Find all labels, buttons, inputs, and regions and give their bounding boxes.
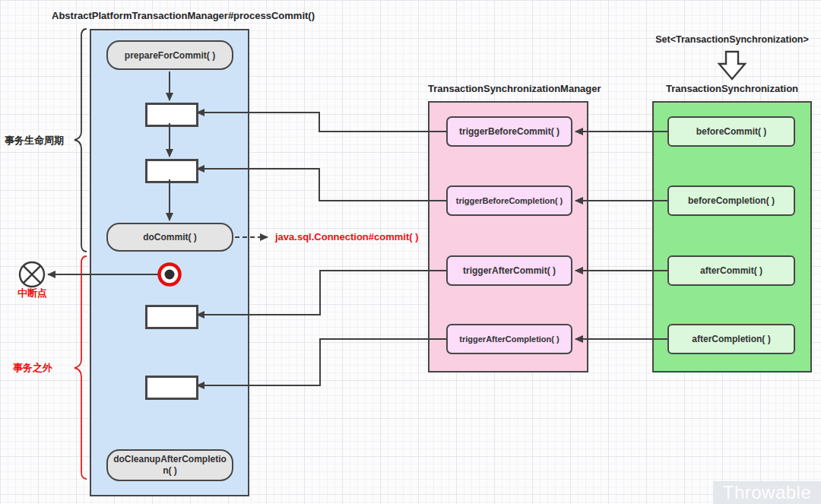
node-trigger-after-commit: triggerAfterCommit( ) — [446, 255, 572, 286]
flow-title: AbstractPlatformTransactionManager#proce… — [52, 10, 315, 21]
sync-manager-title: TransactionSynchronizationManager — [428, 83, 588, 94]
node-trigger-after-completion: triggerAfterCompletion( ) — [446, 324, 572, 354]
lifecycle-label: 事务生命周期 — [5, 134, 64, 147]
node-before-completion-label: beforeCompletion( ) — [688, 195, 775, 206]
breakpoint-icon — [157, 262, 182, 287]
flow-final-icon — [17, 260, 46, 289]
activity-rect-after-completion — [145, 376, 198, 400]
node-do-cleanup-label: doCleanupAfterCompletion( ) — [111, 454, 229, 477]
activity-rect-before-completion — [145, 159, 198, 183]
set-synchronization-label: Set<TransactionSynchronization> — [641, 34, 821, 45]
node-trigger-after-commit-label: triggerAfterCommit( ) — [463, 265, 556, 276]
node-do-commit-label: doCommit( ) — [143, 232, 197, 242]
jdbc-commit-label: java.sql.Connection#commit( ) — [275, 231, 419, 242]
node-trigger-before-commit: triggerBeforeCommit( ) — [446, 116, 572, 147]
activity-rect-before-commit — [145, 103, 198, 127]
lifecycle-brace — [68, 26, 90, 255]
node-after-completion: afterCompletion( ) — [667, 324, 795, 354]
node-after-commit-label: afterCommit( ) — [700, 265, 762, 276]
outside-transaction-label: 事务之外 — [13, 361, 52, 375]
node-trigger-before-commit-label: triggerBeforeCommit( ) — [459, 126, 559, 137]
breakpoint-label: 中断点 — [17, 287, 47, 300]
node-trigger-after-completion-label: triggerAfterCompletion( ) — [459, 334, 559, 344]
down-arrow-icon — [715, 50, 750, 82]
outside-transaction-brace — [68, 253, 90, 483]
node-before-commit: beforeCommit( ) — [667, 116, 795, 147]
node-do-commit: doCommit( ) — [106, 223, 233, 252]
diagram-canvas: AbstractPlatformTransactionManager#proce… — [0, 0, 821, 504]
node-before-commit-label: beforeCommit( ) — [696, 126, 767, 137]
node-do-cleanup: doCleanupAfterCompletion( ) — [106, 449, 233, 481]
node-before-completion: beforeCompletion( ) — [667, 185, 795, 216]
node-trigger-before-completion-label: triggerBeforeCompletion( ) — [456, 196, 563, 205]
watermark: Throwable — [713, 481, 821, 504]
node-prepare-for-commit-label: prepareForCommit( ) — [125, 50, 215, 61]
synchronization-title: TransactionSynchronization — [652, 83, 812, 94]
node-trigger-before-completion: triggerBeforeCompletion( ) — [446, 185, 572, 216]
node-after-commit: afterCommit( ) — [667, 255, 795, 286]
node-prepare-for-commit: prepareForCommit( ) — [106, 40, 233, 70]
activity-rect-after-commit — [145, 305, 198, 329]
node-after-completion-label: afterCompletion( ) — [692, 334, 770, 344]
